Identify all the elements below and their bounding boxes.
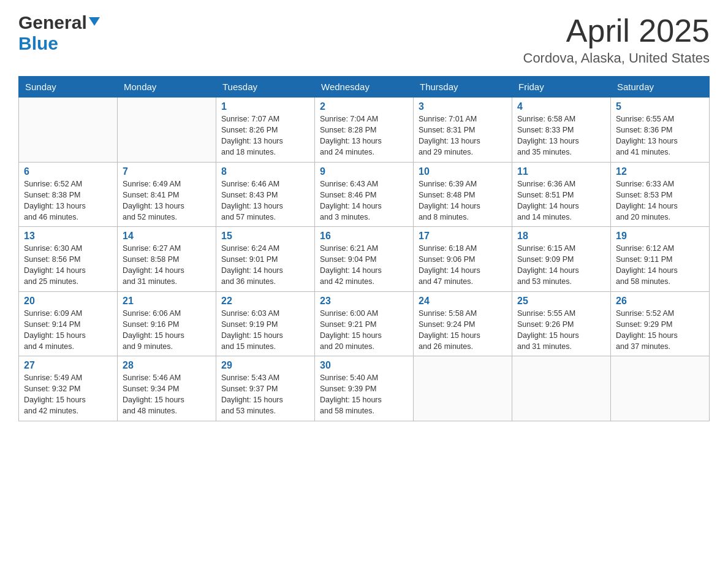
day-info: Sunrise: 6:12 AM Sunset: 9:11 PM Dayligh…: [616, 243, 704, 288]
calendar-cell: 21Sunrise: 6:06 AM Sunset: 9:16 PM Dayli…: [118, 291, 216, 356]
day-number: 19: [616, 231, 704, 242]
day-number: 21: [123, 296, 211, 307]
day-info: Sunrise: 6:33 AM Sunset: 8:53 PM Dayligh…: [616, 178, 704, 223]
day-number: 4: [517, 101, 605, 112]
day-number: 6: [24, 166, 112, 177]
day-number: 29: [221, 360, 309, 371]
day-number: 28: [123, 360, 211, 371]
day-number: 18: [517, 231, 605, 242]
day-number: 27: [24, 360, 112, 371]
day-number: 2: [320, 101, 408, 112]
calendar-cell: 26Sunrise: 5:52 AM Sunset: 9:29 PM Dayli…: [611, 291, 710, 356]
calendar-cell: 3Sunrise: 7:01 AM Sunset: 8:31 PM Daylig…: [414, 98, 512, 163]
logo-arrow-icon: [89, 17, 100, 31]
day-info: Sunrise: 5:58 AM Sunset: 9:24 PM Dayligh…: [419, 308, 507, 353]
day-info: Sunrise: 6:30 AM Sunset: 8:56 PM Dayligh…: [24, 243, 112, 288]
calendar-cell: [512, 356, 611, 421]
weekday-header-saturday: Saturday: [611, 77, 710, 98]
day-number: 3: [419, 101, 507, 112]
day-number: 8: [221, 166, 309, 177]
location-text: Cordova, Alaska, United States: [523, 50, 710, 66]
calendar-cell: 5Sunrise: 6:55 AM Sunset: 8:36 PM Daylig…: [611, 98, 710, 163]
calendar-cell: 27Sunrise: 5:49 AM Sunset: 9:32 PM Dayli…: [19, 356, 118, 421]
day-number: 30: [320, 360, 408, 371]
day-info: Sunrise: 5:49 AM Sunset: 9:32 PM Dayligh…: [24, 372, 112, 417]
calendar-cell: 30Sunrise: 5:40 AM Sunset: 9:39 PM Dayli…: [315, 356, 414, 421]
calendar-table: SundayMondayTuesdayWednesdayThursdayFrid…: [18, 76, 710, 421]
day-number: 9: [320, 166, 408, 177]
calendar-cell: 15Sunrise: 6:24 AM Sunset: 9:01 PM Dayli…: [216, 227, 315, 292]
week-row-2: 6Sunrise: 6:52 AM Sunset: 8:38 PM Daylig…: [19, 162, 710, 227]
day-info: Sunrise: 6:06 AM Sunset: 9:16 PM Dayligh…: [123, 308, 211, 353]
calendar-cell: [611, 356, 710, 421]
day-number: 24: [419, 296, 507, 307]
weekday-header-wednesday: Wednesday: [315, 77, 414, 98]
calendar-cell: [414, 356, 512, 421]
calendar-cell: 4Sunrise: 6:58 AM Sunset: 8:33 PM Daylig…: [512, 98, 611, 163]
day-number: 17: [419, 231, 507, 242]
calendar-cell: 10Sunrise: 6:39 AM Sunset: 8:48 PM Dayli…: [414, 162, 512, 227]
weekday-header-sunday: Sunday: [19, 77, 118, 98]
calendar-cell: 20Sunrise: 6:09 AM Sunset: 9:14 PM Dayli…: [19, 291, 118, 356]
page-header: General Blue April 2025 Cordova, Alaska,…: [18, 12, 710, 66]
day-info: Sunrise: 6:58 AM Sunset: 8:33 PM Dayligh…: [517, 113, 605, 158]
day-number: 11: [517, 166, 605, 177]
day-info: Sunrise: 6:03 AM Sunset: 9:19 PM Dayligh…: [221, 308, 309, 353]
logo: General Blue: [18, 12, 100, 54]
weekday-header-thursday: Thursday: [414, 77, 512, 98]
day-info: Sunrise: 6:36 AM Sunset: 8:51 PM Dayligh…: [517, 178, 605, 223]
weekday-header-monday: Monday: [118, 77, 216, 98]
day-info: Sunrise: 6:24 AM Sunset: 9:01 PM Dayligh…: [221, 243, 309, 288]
calendar-cell: 24Sunrise: 5:58 AM Sunset: 9:24 PM Dayli…: [414, 291, 512, 356]
day-number: 7: [123, 166, 211, 177]
calendar-cell: [118, 98, 216, 163]
weekday-header-tuesday: Tuesday: [216, 77, 315, 98]
weekday-header-friday: Friday: [512, 77, 611, 98]
day-info: Sunrise: 5:46 AM Sunset: 9:34 PM Dayligh…: [123, 372, 211, 417]
calendar-body: 1Sunrise: 7:07 AM Sunset: 8:26 PM Daylig…: [19, 98, 710, 421]
calendar-cell: 29Sunrise: 5:43 AM Sunset: 9:37 PM Dayli…: [216, 356, 315, 421]
calendar-cell: 28Sunrise: 5:46 AM Sunset: 9:34 PM Dayli…: [118, 356, 216, 421]
day-info: Sunrise: 6:15 AM Sunset: 9:09 PM Dayligh…: [517, 243, 605, 288]
week-row-1: 1Sunrise: 7:07 AM Sunset: 8:26 PM Daylig…: [19, 98, 710, 163]
logo-blue-text: Blue: [18, 33, 58, 53]
day-number: 14: [123, 231, 211, 242]
calendar-cell: 19Sunrise: 6:12 AM Sunset: 9:11 PM Dayli…: [611, 227, 710, 292]
day-info: Sunrise: 6:00 AM Sunset: 9:21 PM Dayligh…: [320, 308, 408, 353]
day-number: 20: [24, 296, 112, 307]
day-info: Sunrise: 7:04 AM Sunset: 8:28 PM Dayligh…: [320, 113, 408, 158]
calendar-cell: 16Sunrise: 6:21 AM Sunset: 9:04 PM Dayli…: [315, 227, 414, 292]
calendar-cell: 23Sunrise: 6:00 AM Sunset: 9:21 PM Dayli…: [315, 291, 414, 356]
calendar-cell: 2Sunrise: 7:04 AM Sunset: 8:28 PM Daylig…: [315, 98, 414, 163]
day-info: Sunrise: 6:18 AM Sunset: 9:06 PM Dayligh…: [419, 243, 507, 288]
week-row-5: 27Sunrise: 5:49 AM Sunset: 9:32 PM Dayli…: [19, 356, 710, 421]
day-number: 13: [24, 231, 112, 242]
day-number: 22: [221, 296, 309, 307]
calendar-cell: 14Sunrise: 6:27 AM Sunset: 8:58 PM Dayli…: [118, 227, 216, 292]
day-number: 15: [221, 231, 309, 242]
title-block: April 2025 Cordova, Alaska, United State…: [523, 12, 710, 66]
calendar-cell: [19, 98, 118, 163]
day-info: Sunrise: 6:49 AM Sunset: 8:41 PM Dayligh…: [123, 178, 211, 223]
day-info: Sunrise: 7:01 AM Sunset: 8:31 PM Dayligh…: [419, 113, 507, 158]
week-row-4: 20Sunrise: 6:09 AM Sunset: 9:14 PM Dayli…: [19, 291, 710, 356]
calendar-cell: 1Sunrise: 7:07 AM Sunset: 8:26 PM Daylig…: [216, 98, 315, 163]
day-number: 10: [419, 166, 507, 177]
month-title: April 2025: [523, 12, 710, 49]
day-info: Sunrise: 6:39 AM Sunset: 8:48 PM Dayligh…: [419, 178, 507, 223]
day-info: Sunrise: 6:27 AM Sunset: 8:58 PM Dayligh…: [123, 243, 211, 288]
day-number: 23: [320, 296, 408, 307]
week-row-3: 13Sunrise: 6:30 AM Sunset: 8:56 PM Dayli…: [19, 227, 710, 292]
weekday-header-row: SundayMondayTuesdayWednesdayThursdayFrid…: [19, 77, 710, 98]
calendar-cell: 13Sunrise: 6:30 AM Sunset: 8:56 PM Dayli…: [19, 227, 118, 292]
calendar-cell: 17Sunrise: 6:18 AM Sunset: 9:06 PM Dayli…: [414, 227, 512, 292]
day-info: Sunrise: 6:52 AM Sunset: 8:38 PM Dayligh…: [24, 178, 112, 223]
calendar-header: SundayMondayTuesdayWednesdayThursdayFrid…: [19, 77, 710, 98]
day-info: Sunrise: 5:52 AM Sunset: 9:29 PM Dayligh…: [616, 308, 704, 353]
day-number: 1: [221, 101, 309, 112]
day-info: Sunrise: 6:55 AM Sunset: 8:36 PM Dayligh…: [616, 113, 704, 158]
day-info: Sunrise: 7:07 AM Sunset: 8:26 PM Dayligh…: [221, 113, 309, 158]
day-info: Sunrise: 5:55 AM Sunset: 9:26 PM Dayligh…: [517, 308, 605, 353]
day-info: Sunrise: 6:43 AM Sunset: 8:46 PM Dayligh…: [320, 178, 408, 223]
calendar-cell: 11Sunrise: 6:36 AM Sunset: 8:51 PM Dayli…: [512, 162, 611, 227]
